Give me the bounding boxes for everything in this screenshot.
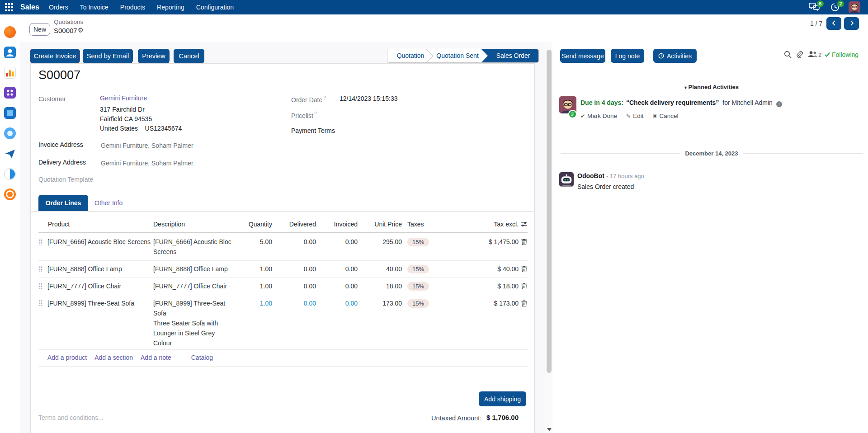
customer-link[interactable]: Gemini Furniture: [100, 94, 147, 102]
preview-button[interactable]: Preview: [138, 49, 170, 63]
cancel-button[interactable]: Cancel: [174, 49, 204, 63]
following-toggle[interactable]: Following: [825, 51, 859, 58]
col-delivered[interactable]: Delivered: [272, 221, 316, 228]
col-unit-price[interactable]: Unit Price: [358, 221, 402, 228]
cell-quantity[interactable]: 1.00: [231, 298, 272, 308]
tax-badge[interactable]: 15%: [407, 265, 429, 273]
create-invoice-button[interactable]: Create Invoice: [30, 49, 80, 63]
cell-description[interactable]: [FURN_7777] Office Chair: [153, 281, 231, 291]
add-a-note-link[interactable]: Add a note: [141, 354, 171, 361]
cell-delivered[interactable]: 0.00: [272, 281, 316, 291]
cell-unit-price[interactable]: 18.00: [358, 281, 402, 291]
cell-product[interactable]: [FURN_6666] Acoustic Bloc Screens: [47, 237, 153, 247]
activities-button[interactable]: Activities: [653, 49, 697, 63]
tab-other-info[interactable]: Other Info: [94, 199, 123, 207]
followers-count[interactable]: 2: [818, 52, 821, 58]
drag-handle-icon[interactable]: ⣿: [38, 281, 47, 290]
send-message-button[interactable]: Send message: [560, 49, 605, 63]
dock-app-icon-grid[interactable]: [4, 87, 16, 99]
cell-unit-price[interactable]: 173.00: [358, 298, 402, 308]
user-avatar[interactable]: [849, 1, 860, 13]
scrollbar-thumb[interactable]: [547, 50, 552, 373]
cell-quantity[interactable]: 1.00: [231, 264, 272, 274]
dock-app-icon-split-circle[interactable]: [4, 168, 16, 180]
cell-description[interactable]: [FURN_8999] Three-Seat Sofa Three Seater…: [153, 298, 231, 348]
cell-description[interactable]: [FURN_8888] Office Lamp: [153, 264, 231, 274]
dock-app-icon-paper-plane[interactable]: [4, 148, 16, 160]
dock-app-icon-orange-ring[interactable]: [4, 188, 16, 200]
message-author[interactable]: OdooBot: [577, 172, 604, 179]
pager-previous-button[interactable]: [826, 17, 841, 30]
cell-taxes[interactable]: 15%: [402, 298, 473, 308]
col-description[interactable]: Description: [153, 221, 231, 228]
status-quotation-sent[interactable]: Quotation Sent: [434, 49, 481, 62]
menu-configuration[interactable]: Configuration: [196, 0, 234, 14]
dock-app-icon-contacts[interactable]: [4, 47, 16, 58]
cell-quantity[interactable]: 1.00: [231, 281, 272, 291]
pager-next-button[interactable]: [844, 17, 859, 30]
terms-and-conditions-placeholder[interactable]: Terms and conditions...: [38, 414, 104, 421]
menu-to-invoice[interactable]: To Invoice: [80, 0, 108, 14]
drag-handle-icon[interactable]: ⣿: [38, 298, 47, 307]
tax-badge[interactable]: 15%: [407, 299, 429, 308]
cell-product[interactable]: [FURN_7777] Office Chair: [47, 281, 153, 291]
search-messages-icon[interactable]: [784, 51, 792, 58]
optional-columns-icon[interactable]: [519, 221, 528, 228]
vertical-scrollbar[interactable]: [545, 42, 552, 433]
delete-row-icon[interactable]: [521, 300, 528, 307]
apps-menu-icon[interactable]: [5, 3, 13, 11]
quotation-template-label[interactable]: Quotation Template: [38, 176, 93, 183]
col-taxes[interactable]: Taxes: [402, 221, 473, 228]
scrollbar-down-arrow-icon[interactable]: [547, 428, 552, 431]
log-note-button[interactable]: Log note: [611, 49, 644, 63]
tax-badge[interactable]: 15%: [407, 282, 429, 291]
drag-handle-icon[interactable]: ⣿: [38, 264, 47, 273]
col-invoiced[interactable]: Invoiced: [316, 221, 358, 228]
menu-reporting[interactable]: Reporting: [157, 0, 184, 14]
cell-taxes[interactable]: 15%: [402, 264, 473, 274]
order-date-value[interactable]: 12/14/2023 15:15:33: [340, 95, 397, 102]
cell-unit-price[interactable]: 295.00: [358, 237, 402, 247]
new-button[interactable]: New: [29, 23, 50, 36]
col-quantity[interactable]: Quantity: [231, 221, 272, 228]
cell-delivered[interactable]: 0.00: [272, 298, 316, 308]
dock-app-icon-chart[interactable]: [4, 67, 16, 79]
catalog-link[interactable]: Catalog: [191, 354, 213, 361]
menu-products[interactable]: Products: [120, 0, 145, 14]
cell-taxes[interactable]: 15%: [402, 281, 473, 291]
status-sales-order-active[interactable]: Sales Order: [481, 49, 539, 62]
order-line-row[interactable]: ⣿ [FURN_6666] Acoustic Bloc Screens [FUR…: [38, 233, 528, 261]
cell-taxes[interactable]: 15%: [402, 237, 473, 247]
cell-unit-price[interactable]: 40.00: [358, 264, 402, 274]
col-product[interactable]: Product: [47, 221, 153, 228]
cell-delivered[interactable]: 0.00: [272, 264, 316, 274]
delete-row-icon[interactable]: [521, 265, 528, 273]
delivery-address-value[interactable]: Gemini Furniture, Soham Palmer: [101, 160, 193, 167]
attachments-paperclip-icon[interactable]: [797, 51, 804, 59]
edit-activity-button[interactable]: ✎Edit: [626, 113, 643, 119]
tab-order-lines[interactable]: Order Lines: [38, 195, 88, 212]
activity-name[interactable]: “Check delivery requirements”: [626, 99, 719, 106]
order-line-row[interactable]: ⣿ [FURN_7777] Office Chair [FURN_7777] O…: [38, 278, 528, 295]
dock-app-icon-blue[interactable]: [4, 107, 16, 119]
add-shipping-button[interactable]: Add shipping: [479, 391, 526, 406]
cell-delivered[interactable]: 0.00: [272, 237, 316, 247]
drag-handle-icon[interactable]: ⣿: [38, 237, 47, 246]
cell-invoiced[interactable]: 0.00: [316, 281, 358, 291]
dock-app-icon-orange[interactable]: [4, 26, 16, 38]
breadcrumb-parent[interactable]: Quotations: [54, 19, 83, 25]
record-settings-gear-icon[interactable]: ⚙: [78, 26, 84, 34]
delete-row-icon[interactable]: [521, 238, 528, 245]
cell-invoiced[interactable]: 0.00: [316, 237, 358, 247]
dock-app-icon-lightblue[interactable]: [4, 127, 16, 139]
cell-invoiced[interactable]: 0.00: [316, 264, 358, 274]
invoice-address-value[interactable]: Gemini Furniture, Soham Palmer: [101, 142, 193, 149]
col-tax-excl[interactable]: Tax excl.: [473, 221, 519, 228]
app-name[interactable]: Sales: [20, 0, 39, 14]
add-a-product-link[interactable]: Add a product: [47, 354, 87, 361]
add-a-section-link[interactable]: Add a section: [94, 354, 133, 361]
order-line-row[interactable]: ⣿ [FURN_8999] Three-Seat Sofa [FURN_8999…: [38, 295, 528, 350]
mark-done-button[interactable]: ✔Mark Done: [580, 113, 617, 119]
cancel-activity-button[interactable]: ✖Cancel: [652, 113, 678, 119]
tax-badge[interactable]: 15%: [407, 238, 429, 246]
